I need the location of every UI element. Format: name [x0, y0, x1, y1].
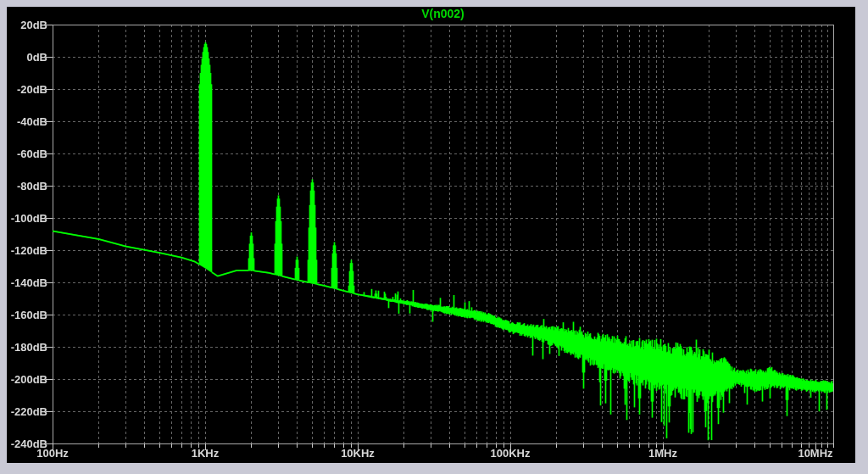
y-tick-label: -140dB — [3, 276, 47, 289]
y-tick-label: -80dB — [3, 180, 47, 192]
x-tick-label: 10KHz — [315, 447, 400, 460]
y-tick-label: -20dB — [3, 83, 47, 96]
y-tick-label: -180dB — [3, 341, 47, 354]
y-tick-label: -160dB — [3, 309, 47, 321]
ltspice-fft-window: { "window": { "title": "V(n002)" }, "col… — [0, 0, 868, 474]
y-tick-label: -40dB — [3, 115, 47, 128]
y-tick-label: -200dB — [3, 373, 47, 386]
fft-plot-canvas[interactable] — [0, 0, 868, 474]
y-tick-label: -220dB — [3, 405, 47, 418]
x-tick-label: 1MHz — [620, 447, 705, 460]
trace-legend-title[interactable]: V(n002) — [53, 7, 833, 22]
y-tick-label: -60dB — [3, 148, 47, 160]
y-tick-label: -120dB — [3, 244, 47, 257]
x-tick-label: 1KHz — [163, 447, 248, 460]
y-tick-label: 0dB — [3, 51, 47, 64]
y-tick-label: -100dB — [3, 212, 47, 225]
x-tick-label: 100KHz — [468, 447, 553, 460]
y-tick-label: 20dB — [3, 19, 47, 31]
x-tick-label: 10MHz — [773, 447, 858, 460]
x-tick-label: 100Hz — [10, 447, 95, 460]
